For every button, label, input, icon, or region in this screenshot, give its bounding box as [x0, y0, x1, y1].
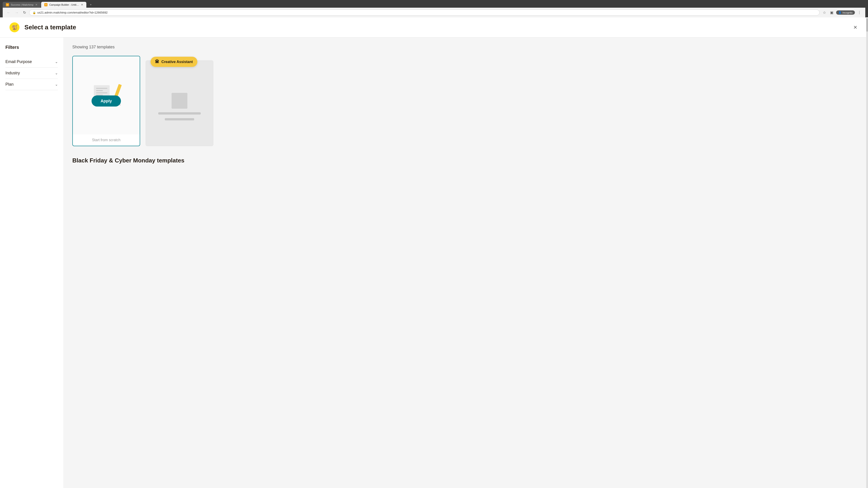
incognito-icon: 👤: [838, 11, 842, 14]
browser-chrome: M Success | Mailchimp ✕ M Campaign Build…: [0, 0, 868, 18]
browser-tabs: M Success | Mailchimp ✕ M Campaign Build…: [3, 2, 865, 8]
chevron-down-icon-industry: ⌄: [55, 71, 58, 75]
new-tab-button[interactable]: +: [87, 2, 95, 8]
incognito-badge: 👤 Incognito: [836, 10, 855, 15]
paper-line-3: [96, 92, 107, 93]
address-bar[interactable]: 🔒 us21.admin.mailchimp.com/email/editor?…: [29, 9, 819, 15]
svg-text:🐒: 🐒: [11, 24, 18, 31]
main-layout: Filters Email Purpose ⌄ Industry ⌄ Plan …: [0, 37, 868, 488]
creative-badge-icon: 🏛: [155, 59, 159, 64]
scrollbar-track: [866, 18, 868, 488]
forward-button[interactable]: →: [13, 10, 20, 15]
creative-assistant-label: Creative Assistant: [161, 60, 193, 64]
creative-img-placeholder: [172, 93, 187, 109]
filter-plan-label: Plan: [5, 82, 13, 87]
tab-close-success[interactable]: ✕: [35, 3, 37, 6]
chevron-down-icon-email-purpose: ⌄: [55, 60, 58, 64]
filter-email-purpose[interactable]: Email Purpose ⌄: [5, 56, 58, 68]
sidebar: Filters Email Purpose ⌄ Industry ⌄ Plan …: [0, 37, 63, 488]
tab-favicon-success: M: [6, 3, 9, 6]
tab-close-campaign[interactable]: ✕: [81, 3, 83, 6]
creative-assistant-card[interactable]: 🏛 Creative Assistant: [146, 60, 213, 146]
filter-industry-label: Industry: [5, 71, 20, 75]
filter-email-purpose-label: Email Purpose: [5, 59, 32, 64]
tab-title-campaign: Campaign Builder - Untitled | M...: [49, 3, 79, 6]
tab-success[interactable]: M Success | Mailchimp ✕: [3, 2, 41, 8]
back-button[interactable]: ←: [5, 10, 12, 15]
scratch-template-card[interactable]: ✂ Apply Start from scratch: [72, 56, 140, 146]
filters-title: Filters: [5, 45, 58, 50]
creative-line-1: [158, 112, 201, 115]
content-area: Showing 137 templates: [63, 37, 868, 488]
page-title: Select a template: [24, 24, 852, 31]
creative-assistant-badge: 🏛 Creative Assistant: [151, 57, 197, 67]
url-text: us21.admin.mailchimp.com/email/editor?id…: [37, 11, 107, 14]
creative-preview: [146, 61, 213, 146]
tab-title-success: Success | Mailchimp: [11, 3, 33, 6]
sidebar-toggle-button[interactable]: ▣: [829, 9, 835, 15]
filter-plan[interactable]: Plan ⌄: [5, 79, 58, 90]
scrollbar-thumb[interactable]: [866, 18, 868, 32]
browser-toolbar: ← → ↻ 🔒 us21.admin.mailchimp.com/email/e…: [3, 8, 865, 18]
refresh-button[interactable]: ↻: [22, 9, 27, 15]
creative-line-2: [165, 118, 194, 121]
paper-line-1: [96, 88, 107, 89]
page-wrapper: 🐒 Select a template × Filters Email Purp…: [0, 18, 868, 488]
scratch-card-label: Start from scratch: [73, 134, 140, 146]
filter-industry[interactable]: Industry ⌄: [5, 68, 58, 79]
section-title: Black Friday & Cyber Monday templates: [72, 157, 859, 164]
incognito-label: Incognito: [842, 11, 852, 14]
app-header: 🐒 Select a template ×: [0, 18, 868, 37]
menu-button[interactable]: ⋮: [856, 9, 863, 15]
tab-campaign[interactable]: M Campaign Builder - Untitled | M... ✕: [41, 2, 86, 8]
close-button[interactable]: ×: [852, 23, 859, 32]
tab-favicon-campaign: M: [44, 3, 48, 6]
toolbar-right: ☆ ▣ 👤 Incognito ⋮: [822, 9, 863, 15]
apply-button[interactable]: Apply: [92, 96, 121, 107]
template-grid: ✂ Apply Start from scratch 🏛 Creative As…: [72, 56, 859, 146]
mailchimp-logo: 🐒: [9, 22, 20, 33]
chevron-down-icon-plan: ⌄: [55, 82, 58, 87]
paper-line-2: [96, 90, 103, 91]
showing-count: Showing 137 templates: [72, 45, 859, 50]
bookmark-button[interactable]: ☆: [822, 9, 827, 15]
lock-icon: 🔒: [33, 11, 36, 14]
